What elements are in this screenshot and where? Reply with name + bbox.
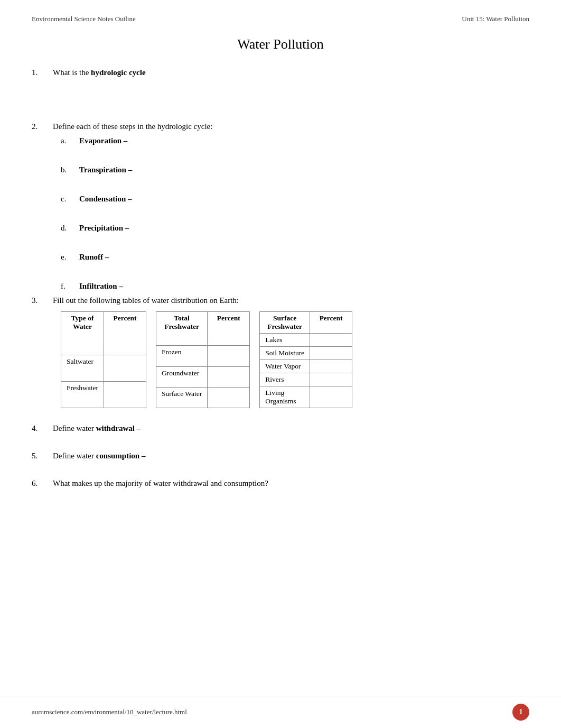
t3-row5-col1: LivingOrganisms — [260, 386, 310, 408]
t3-row5-col2 — [310, 386, 352, 408]
footer: aurumscience.com/environmental/10_water/… — [0, 696, 561, 728]
table-row: LivingOrganisms — [260, 386, 352, 408]
question-3: 3. Fill out the following tables of wate… — [32, 296, 529, 408]
q1-number: 1. — [32, 68, 53, 77]
sub-label-a: a. — [61, 136, 79, 145]
sub-label-b: b. — [61, 165, 79, 174]
q1-text: What is the hydrologic cycle — [53, 68, 529, 106]
table-row: Freshwater — [61, 382, 146, 408]
t3-row2-col1: Soil Moisture — [260, 347, 310, 360]
question-5: 5. Define water consumption – — [32, 451, 529, 460]
sub-text-d: Precipitation – — [79, 224, 129, 233]
q4-text: Define water withdrawal – — [53, 424, 529, 433]
sub-label-e: e. — [61, 253, 79, 262]
t3-col2-header: Percent — [310, 312, 352, 334]
question-6: 6. What makes up the majority of water w… — [32, 479, 529, 488]
t2-row2-col1: Groundwater — [156, 366, 207, 387]
sub-text-a: Evaporation – — [79, 136, 127, 145]
table-row: Soil Moisture — [260, 347, 352, 360]
table-row: Lakes — [260, 334, 352, 347]
sub-item-e: e. Runoff – — [61, 253, 529, 262]
sub-label-c: c. — [61, 195, 79, 204]
table-row: Saltwater — [61, 355, 146, 382]
question-4: 4. Define water withdrawal – — [32, 424, 529, 433]
q5-number: 5. — [32, 451, 53, 460]
tables-container: Type ofWater Percent Saltwater Freshwate… — [61, 311, 529, 408]
q4-bold: withdrawal – — [96, 424, 141, 432]
header-right: Unit 15: Water Pollution — [462, 15, 529, 23]
t1-row2-col1: Freshwater — [61, 382, 104, 408]
sub-text-c: Condensation – — [79, 195, 132, 204]
q6-text: What makes up the majority of water with… — [53, 479, 529, 488]
q2-number: 2. — [32, 122, 53, 131]
sub-label-f: f. — [61, 282, 79, 291]
q3-text: Fill out the following tables of water d… — [53, 296, 529, 305]
sub-item-b: b. Transpiration – — [61, 165, 529, 174]
q2-text: Define each of these steps in the hydrol… — [53, 122, 529, 131]
sub-item-a: a. Evaporation – — [61, 136, 529, 145]
t1-row1-col2 — [104, 355, 146, 382]
table-type-of-water: Type ofWater Percent Saltwater Freshwate… — [61, 311, 146, 408]
sub-text-b: Transpiration – — [79, 165, 132, 174]
table-total-freshwater: TotalFreshwater Percent Frozen Groundwat… — [156, 311, 250, 408]
table-row: Groundwater — [156, 366, 249, 387]
t3-row4-col2 — [310, 373, 352, 386]
t2-row3-col1: Surface Water — [156, 387, 207, 408]
t2-row1-col1: Frozen — [156, 346, 207, 366]
t3-row3-col1: Water Vapor — [260, 360, 310, 373]
sub-text-e: Runoff – — [79, 253, 109, 262]
t2-col1-header: TotalFreshwater — [156, 312, 207, 346]
q3-number: 3. — [32, 296, 53, 305]
t1-col2-header: Percent — [104, 312, 146, 355]
table-surface-freshwater: SurfaceFreshwater Percent Lakes Soil Moi… — [259, 311, 352, 408]
t3-row2-col2 — [310, 347, 352, 360]
q5-bold: consumption – — [96, 451, 146, 460]
page-title: Water Pollution — [32, 36, 529, 52]
page-badge: 1 — [512, 704, 529, 721]
t3-col1-header: SurfaceFreshwater — [260, 312, 310, 334]
sub-text-f: Infiltration – — [79, 282, 123, 291]
question-1: 1. What is the hydrologic cycle — [32, 68, 529, 106]
header: Environmental Science Notes Outline Unit… — [0, 0, 561, 29]
t2-col2-header: Percent — [208, 312, 250, 346]
t1-col1-header: Type ofWater — [61, 312, 104, 355]
t1-row1-col1: Saltwater — [61, 355, 104, 382]
table-row: Rivers — [260, 373, 352, 386]
sub-item-d: d. Precipitation – — [61, 224, 529, 233]
t3-row1-col2 — [310, 334, 352, 347]
q5-text: Define water consumption – — [53, 451, 529, 460]
t3-row3-col2 — [310, 360, 352, 373]
question-2: 2. Define each of these steps in the hyd… — [32, 122, 529, 291]
sub-label-d: d. — [61, 224, 79, 233]
t2-row2-col2 — [208, 366, 250, 387]
header-left: Environmental Science Notes Outline — [32, 15, 136, 23]
t3-row4-col1: Rivers — [260, 373, 310, 386]
q4-number: 4. — [32, 424, 53, 433]
page: Environmental Science Notes Outline Unit… — [0, 0, 561, 728]
footer-url: aurumscience.com/environmental/10_water/… — [32, 708, 187, 716]
sub-item-c: c. Condensation – — [61, 195, 529, 204]
t2-row1-col2 — [208, 346, 250, 366]
t3-row1-col1: Lakes — [260, 334, 310, 347]
q2-sub-items: a. Evaporation – b. Transpiration – c. C… — [61, 136, 529, 291]
q1-bold: hydrologic cycle — [91, 68, 145, 77]
table-row: Surface Water — [156, 387, 249, 408]
sub-item-f: f. Infiltration – — [61, 282, 529, 291]
t1-row2-col2 — [104, 382, 146, 408]
table-row: Water Vapor — [260, 360, 352, 373]
t2-row3-col2 — [208, 387, 250, 408]
table-row: Frozen — [156, 346, 249, 366]
main-content: Water Pollution 1. What is the hydrologi… — [0, 29, 561, 538]
q6-number: 6. — [32, 479, 53, 488]
